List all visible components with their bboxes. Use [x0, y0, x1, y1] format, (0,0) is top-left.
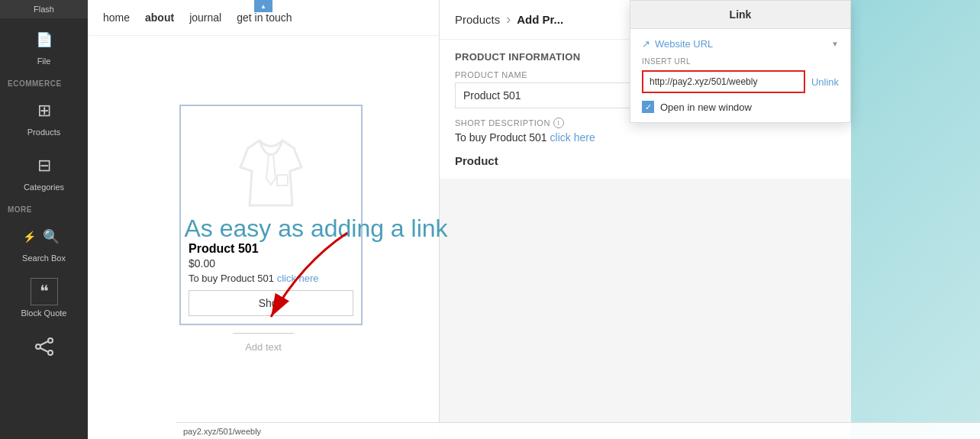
sidebar-item-block-quote[interactable]: ❝ Block Quote — [0, 270, 88, 325]
link-type-icon: ↗ — [642, 38, 650, 50]
modal-body: ↗ Website URL ▼ INSERT URL Unlink Open i… — [630, 29, 850, 122]
breadcrumb-link[interactable]: Products — [455, 13, 500, 26]
sidebar-item-search-box[interactable]: ⚡ 🔍 Search Box — [0, 215, 88, 270]
status-bar: pay2.xyz/501/weebly — [176, 422, 980, 439]
block-quote-icon: ❝ — [31, 278, 58, 305]
svg-rect-5 — [277, 175, 288, 186]
file-label: File — [37, 56, 51, 66]
product-label: Product — [455, 154, 836, 167]
nav-get-in-touch[interactable]: get in touch — [237, 11, 292, 24]
svg-point-2 — [48, 350, 53, 355]
breadcrumb-separator: › — [506, 11, 511, 27]
more-section-label: MORE — [0, 199, 88, 215]
preview-panel: home about journal get in touch As easy … — [88, 0, 439, 439]
link-modal: Link ↗ Website URL ▼ INSERT URL Unlink — [630, 0, 851, 123]
sidebar-item-flash[interactable]: Flash — [0, 0, 88, 18]
share-icon — [31, 333, 58, 360]
file-icon: 📄 — [31, 26, 58, 53]
search-box-icon: 🔍 — [37, 223, 65, 250]
desc-link[interactable]: click here — [277, 273, 319, 284]
sidebar-item-products[interactable]: ⊞ Products — [0, 89, 88, 144]
shop-link[interactable]: Shop — [189, 290, 353, 316]
sidebar-item-share[interactable] — [0, 325, 88, 368]
open-new-window-label: Open in new window — [660, 102, 752, 113]
website-url-row: ↗ Website URL ▼ — [642, 38, 839, 50]
product-desc: To buy Product 501 click here — [189, 273, 353, 284]
url-input[interactable] — [642, 70, 805, 93]
flash-label: Flash — [34, 5, 54, 14]
block-quote-label: Block Quote — [21, 308, 67, 318]
right-panel: Products › Add Pr... Product Information… — [439, 0, 851, 439]
main-area: home about journal get in touch As easy … — [88, 0, 980, 439]
divider-line — [233, 333, 294, 334]
product-price: $0.00 — [189, 257, 353, 270]
svg-line-3 — [40, 341, 48, 345]
sidebar-item-categories[interactable]: ⊟ Categories — [0, 144, 88, 199]
search-box-label: Search Box — [22, 253, 66, 263]
nav-journal[interactable]: journal — [189, 11, 221, 24]
product-title: Product 501 — [189, 242, 353, 256]
categories-label: Categories — [24, 182, 64, 192]
ecommerce-section-label: ECOMMERCE — [0, 73, 88, 89]
open-new-window-checkbox[interactable] — [642, 101, 654, 113]
breadcrumb-current: Add Pr... — [517, 13, 563, 26]
desc-prefix: To buy Product 501 — [189, 273, 277, 284]
insert-url-label: INSERT URL — [642, 57, 839, 66]
unlink-button[interactable]: Unlink — [811, 76, 839, 88]
info-icon: i — [553, 118, 564, 128]
add-text[interactable]: Add text — [179, 341, 347, 353]
status-url: pay2.xyz/501/weebly — [183, 427, 261, 436]
desc-text: To buy Product 501 click here — [455, 131, 836, 144]
products-label: Products — [27, 128, 60, 137]
preview-content: As easy as adding a link — [88, 36, 439, 439]
categories-icon: ⊟ — [31, 152, 58, 179]
nav-home[interactable]: home — [103, 11, 130, 24]
url-input-row: Unlink — [642, 70, 839, 93]
bolt-icon: ⚡ — [23, 231, 36, 243]
sidebar: Flash 📄 File ECOMMERCE ⊞ Products ⊟ Cate… — [0, 0, 88, 439]
sidebar-item-file[interactable]: 📄 File — [0, 18, 88, 73]
svg-point-0 — [48, 338, 53, 343]
drag-handle[interactable] — [254, 0, 272, 12]
svg-point-1 — [36, 344, 40, 349]
product-card-preview: Product 501 $0.00 To buy Product 501 cli… — [179, 105, 363, 325]
website-url-label[interactable]: ↗ Website URL — [642, 38, 713, 50]
modal-title: Link — [630, 1, 850, 29]
products-icon: ⊞ — [31, 97, 58, 124]
nav-about[interactable]: about — [145, 11, 174, 24]
product-image-placeholder — [189, 114, 353, 236]
dropdown-arrow-icon[interactable]: ▼ — [831, 40, 839, 48]
desc-text-link[interactable]: click here — [550, 131, 595, 144]
open-new-window-row: Open in new window — [642, 101, 839, 113]
svg-line-4 — [40, 348, 48, 352]
